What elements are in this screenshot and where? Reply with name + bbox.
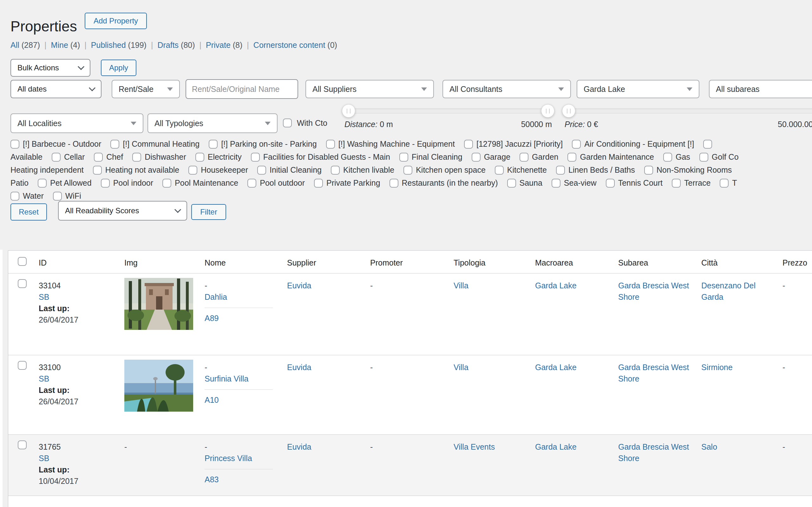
amenity-option[interactable]: Terrace (672, 178, 711, 187)
subarea-link[interactable]: Garda Brescia West Shore (618, 363, 689, 383)
amenity-checkbox[interactable] (403, 166, 412, 175)
amenity-option[interactable]: Housekeeper (189, 165, 248, 175)
amenity-option[interactable]: Sauna (507, 178, 542, 187)
property-name-link[interactable]: Surfinia Villa (205, 374, 249, 383)
supplier-link[interactable]: Euvida (287, 442, 311, 451)
amenity-option[interactable]: Dishwasher (132, 153, 186, 162)
amenity-option[interactable]: Kitchen livable (331, 165, 394, 175)
amenity-option[interactable]: Restaurants (in the nearby) (390, 178, 498, 187)
property-name-link[interactable]: Dahlia (205, 292, 227, 301)
supplier-link[interactable]: Euvida (287, 363, 311, 372)
amenity-option[interactable]: Pool Maintenance (162, 178, 238, 187)
select-all-checkbox[interactable] (18, 257, 27, 266)
amenity-checkbox[interactable] (703, 140, 712, 149)
amenity-checkbox[interactable] (93, 166, 102, 175)
amenity-option[interactable]: Air Conditioning - Equipment [!] (572, 139, 694, 149)
amenity-option[interactable]: Garden (519, 153, 558, 162)
suppliers-select[interactable]: All Suppliers (305, 80, 434, 98)
typologies-select[interactable]: All Typologies (148, 113, 277, 133)
amenity-checkbox[interactable] (326, 140, 335, 149)
amenity-checkbox[interactable] (189, 166, 197, 175)
amenity-checkbox[interactable] (110, 140, 119, 149)
amenity-option[interactable]: [!] Parking on-site - Parking (209, 139, 317, 149)
property-code-link[interactable]: A83 (205, 475, 218, 484)
citta-link[interactable]: Salo (701, 442, 717, 451)
tipologia-link[interactable]: Villa Events (454, 442, 495, 451)
subarea-link[interactable]: Garda Brescia West Shore (618, 281, 689, 301)
amenity-checkbox[interactable] (101, 179, 110, 187)
amenity-checkbox[interactable] (314, 179, 323, 187)
amenity-option[interactable]: Final Cleaning (399, 153, 462, 162)
view-link-drafts[interactable]: Drafts (157, 41, 179, 50)
amenity-option[interactable]: [!] Barbecue - Outdoor (10, 139, 101, 149)
tipologia-link[interactable]: Villa (454, 281, 468, 290)
amenity-option[interactable]: Gas (663, 153, 690, 162)
amenity-option[interactable]: Initial Cleaning (257, 165, 322, 175)
amenity-checkbox[interactable] (38, 179, 47, 187)
apply-button[interactable]: Apply (101, 60, 136, 76)
amenity-checkbox[interactable] (247, 179, 256, 187)
distance-slider-track[interactable] (345, 108, 552, 113)
author-link[interactable]: SB (39, 292, 49, 301)
amenity-checkbox[interactable] (132, 153, 141, 162)
amenity-checkbox[interactable] (495, 166, 504, 175)
amenity-option[interactable]: [!] Washing Machine - Equipment (326, 139, 455, 149)
localities-select[interactable]: All Localities (10, 113, 143, 133)
amenity-checkbox[interactable] (52, 153, 61, 162)
amenity-option[interactable]: Pool indoor (101, 178, 153, 187)
macroarea-select[interactable]: Garda Lake (577, 80, 699, 98)
readability-select[interactable]: All Readability Scores (58, 201, 187, 221)
author-link[interactable]: SB (39, 374, 49, 383)
consultants-select[interactable]: All Consultants (443, 80, 571, 98)
amenity-option[interactable]: Pool outdoor (247, 178, 305, 187)
subareas-select[interactable]: All subareas (709, 80, 812, 98)
distance-slider-handle-max[interactable] (541, 104, 554, 118)
rent-sale-select[interactable]: Rent/Sale (112, 80, 180, 98)
view-link-cornerstone-content[interactable]: Cornerstone content (253, 41, 325, 50)
amenity-option[interactable]: [!] Communal Heating (110, 139, 200, 149)
amenity-option[interactable]: Kitchenette (495, 165, 547, 175)
author-link[interactable]: SB (39, 454, 49, 463)
amenity-checkbox[interactable] (672, 179, 681, 187)
amenity-checkbox[interactable] (399, 153, 408, 162)
amenity-checkbox[interactable] (472, 153, 480, 162)
row-checkbox[interactable] (18, 441, 27, 449)
amenity-checkbox[interactable] (10, 192, 19, 201)
macroarea-link[interactable]: Garda Lake (535, 281, 577, 290)
amenity-checkbox[interactable] (644, 166, 653, 175)
amenity-checkbox[interactable] (94, 153, 103, 162)
amenity-option[interactable]: Pet Allowed (38, 178, 92, 187)
amenity-option[interactable]: [12798] Jacuzzi [Priority] (464, 139, 563, 149)
amenity-option[interactable]: Linen Beds / Baths (556, 165, 635, 175)
with-cto-checkbox[interactable] (283, 118, 292, 127)
amenity-option[interactable]: Private Parking (314, 178, 380, 187)
amenity-option[interactable]: Heating not available (93, 165, 180, 175)
amenity-option[interactable]: Garage (472, 153, 510, 162)
dates-select[interactable]: All dates (10, 80, 101, 98)
citta-link[interactable]: Sirmione (701, 363, 733, 372)
amenity-option[interactable]: Non-Smoking Rooms (644, 165, 732, 175)
amenity-checkbox[interactable] (663, 153, 672, 162)
price-slider-track[interactable] (565, 108, 812, 113)
supplier-link[interactable]: Euvida (287, 281, 311, 290)
bulk-actions-select[interactable]: Bulk Actions (10, 59, 90, 77)
amenity-option[interactable]: Electricity (195, 153, 242, 162)
amenity-checkbox[interactable] (464, 140, 473, 149)
amenity-checkbox[interactable] (257, 166, 266, 175)
tipologia-link[interactable]: Villa (454, 363, 468, 372)
amenity-option[interactable]: Garden Maintenance (567, 153, 654, 162)
amenity-checkbox[interactable] (552, 179, 560, 187)
amenity-checkbox[interactable] (209, 140, 217, 149)
view-link-private[interactable]: Private (206, 41, 231, 50)
amenity-checkbox[interactable] (720, 179, 728, 187)
reset-button[interactable]: Reset (10, 204, 47, 221)
amenity-option[interactable]: WiFi (53, 191, 81, 201)
property-code-link[interactable]: A89 (205, 314, 218, 323)
amenity-option[interactable] (703, 140, 712, 149)
property-code-link[interactable]: A10 (205, 395, 218, 404)
macroarea-link[interactable]: Garda Lake (535, 442, 577, 451)
row-checkbox[interactable] (18, 361, 27, 370)
amenity-option[interactable]: Sea-view (552, 178, 597, 187)
amenity-checkbox[interactable] (567, 153, 576, 162)
amenity-option[interactable]: Kitchen open space (403, 165, 486, 175)
